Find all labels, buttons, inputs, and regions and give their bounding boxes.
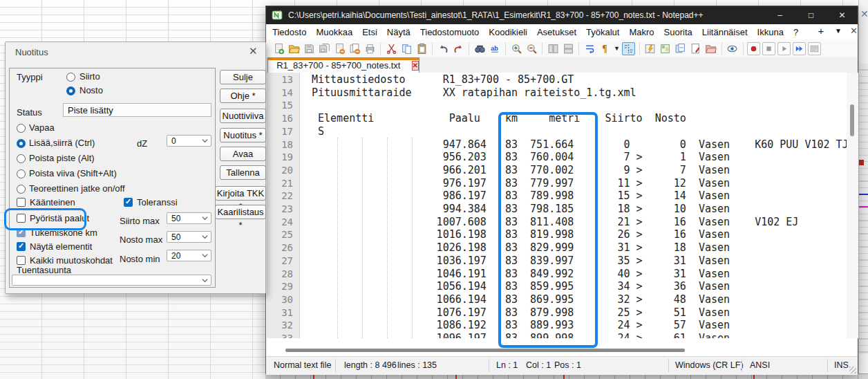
radio-vapaa-label[interactable]: Vapaa — [29, 122, 55, 133]
horizontal-scroll-thumb[interactable] — [285, 349, 685, 352]
menu-ikkuna[interactable]: Ikkuna — [753, 27, 789, 37]
close-all-docs-icon[interactable] — [348, 42, 361, 55]
save-icon[interactable] — [303, 42, 316, 55]
indent-guide-icon[interactable] — [622, 42, 635, 55]
siirto-max-combo[interactable]: 50 — [167, 212, 211, 224]
dialog-close-icon[interactable]: ✕ — [249, 45, 258, 57]
menu-asetukset[interactable]: Asetukset — [532, 27, 581, 37]
menu-tiedostomuoto[interactable]: Tiedostomuoto — [415, 27, 484, 37]
close-button[interactable]: ✕ — [827, 6, 858, 24]
avaa-button[interactable]: Avaa — [220, 147, 266, 161]
dz-combo[interactable]: 0 — [167, 135, 211, 147]
pin-icon[interactable] — [405, 61, 406, 70]
menu-makro[interactable]: Makro — [624, 27, 659, 37]
find-icon[interactable] — [473, 42, 487, 55]
folder-as-workspace-icon[interactable] — [704, 42, 717, 55]
checkbox-nayta-elementit[interactable] — [17, 242, 26, 251]
checkbox-kaanteinen[interactable] — [17, 198, 26, 207]
status-eol[interactable]: Windows (CR LF) — [675, 360, 744, 370]
sync-vertical-icon[interactable] — [547, 42, 560, 55]
checkbox-nayta-elementit-label[interactable]: Näytä elementit — [30, 241, 92, 252]
radio-siirto-label[interactable]: Siirto — [79, 71, 100, 82]
menu-koodikieli[interactable]: Koodikieli — [484, 27, 532, 37]
radio-siirto[interactable] — [66, 73, 75, 82]
vertical-scroll-thumb[interactable] — [850, 104, 854, 136]
print-icon[interactable] — [364, 42, 377, 55]
nuotitus-button[interactable]: Nuotitus * — [220, 128, 266, 142]
macro-run-icon[interactable] — [793, 42, 806, 55]
status-typing-mode[interactable]: INS — [834, 360, 849, 370]
macro-play-icon[interactable] — [777, 42, 791, 55]
checkbox-toleranssi[interactable] — [124, 198, 133, 207]
macro-save-icon[interactable] — [808, 42, 821, 55]
checkbox-kaikki-muutoskohdat[interactable] — [17, 256, 26, 265]
save-all-icon[interactable] — [318, 42, 331, 55]
paste-icon[interactable] — [415, 42, 428, 55]
radio-poista-piste-label[interactable]: Poista piste (Alt) — [29, 153, 95, 163]
status-field[interactable]: Piste lisätty — [63, 103, 211, 117]
menu-suorita[interactable]: Suorita — [659, 27, 697, 37]
maximize-button[interactable]: □ — [795, 6, 827, 24]
vertical-scrollbar[interactable] — [847, 73, 858, 338]
tab-active[interactable]: R1_83+700 - 85+700_notes.txt ✕ — [267, 57, 419, 73]
radio-nosto-label[interactable]: Nosto — [79, 85, 103, 95]
radio-poista-viiva[interactable] — [17, 169, 26, 178]
new-tab-button[interactable]: + — [814, 25, 828, 37]
radio-nosto[interactable] — [66, 86, 75, 95]
cut-icon[interactable] — [385, 42, 398, 55]
macro-record-icon[interactable] — [747, 42, 760, 55]
shortcut-mapper-icon[interactable] — [643, 42, 657, 55]
menu-tiedosto[interactable]: Tiedosto — [267, 27, 311, 37]
nosto-max-combo[interactable]: 50 — [167, 231, 211, 243]
editor[interactable]: 13 14 15 16 17 18 19 20 21 22 23 24 25 2… — [267, 73, 847, 338]
open-folder-icon[interactable] — [287, 42, 301, 55]
file-monitoring-icon[interactable] — [726, 42, 739, 55]
radio-poista-piste[interactable] — [17, 154, 26, 163]
menu-muokkaa[interactable]: Muokkaa — [311, 27, 357, 37]
minimize-button[interactable]: – — [764, 6, 795, 24]
sulje-button[interactable]: Sulje — [220, 70, 266, 84]
tuentasuunta-combo[interactable] — [12, 275, 211, 286]
nuottiviiva-button[interactable]: Nuottiviiva — [220, 109, 266, 123]
sync-horizontal-icon[interactable] — [562, 42, 575, 55]
zoom-out-icon[interactable] — [525, 42, 538, 55]
checkbox-pyorista-paalut[interactable] — [17, 214, 26, 223]
copy-icon[interactable] — [400, 42, 413, 55]
checkbox-toleranssi-label[interactable]: Toleranssi — [137, 197, 178, 207]
zoom-in-icon[interactable] — [510, 42, 523, 55]
kaarilistaus-button[interactable]: Kaarilistaus * — [215, 205, 266, 219]
status-encoding[interactable]: ANSI — [750, 360, 770, 370]
document-switcher-icon[interactable] — [674, 42, 687, 55]
checkbox-kaanteinen-label[interactable]: Käänteinen — [30, 197, 75, 207]
document-map-icon[interactable] — [659, 42, 672, 55]
radio-teoreettinen-label[interactable]: Teoreettinen jatke on/off — [29, 183, 125, 194]
radio-lisaa-siirra[interactable] — [17, 139, 26, 148]
horizontal-scrollbar[interactable] — [267, 338, 847, 356]
radio-vapaa[interactable] — [17, 124, 26, 133]
nosto-min-combo[interactable]: 20 — [167, 250, 211, 261]
menu-nayta[interactable]: Näytä — [382, 27, 415, 37]
macro-stop-icon[interactable] — [762, 42, 775, 55]
radio-lisaa-siirra-label[interactable]: Lisää,siirrä (Ctrl) — [29, 138, 95, 148]
word-wrap-icon[interactable] — [583, 42, 596, 55]
menu-tyokalut[interactable]: Työkalut — [581, 27, 624, 37]
redo-icon[interactable] — [452, 42, 465, 55]
show-symbols-caret-icon[interactable]: ▼ — [614, 45, 620, 52]
close-tab-button[interactable]: ✕ — [850, 26, 858, 36]
menu-liitannaiset[interactable]: Liitännäiset — [697, 27, 753, 37]
checkbox-pyorista-paalut-label[interactable]: Pyöristä paalut — [30, 213, 89, 223]
menu-etsi[interactable]: Etsi — [357, 27, 382, 37]
function-list-icon[interactable] — [689, 42, 702, 55]
checkbox-tukemiskone-km-label[interactable]: Tukemiskone km — [30, 228, 97, 238]
close-doc-icon[interactable] — [333, 42, 346, 55]
undo-icon[interactable] — [437, 42, 450, 55]
checkbox-tukemiskone-km[interactable] — [17, 228, 26, 237]
ohje-button[interactable]: Ohje * — [220, 89, 266, 103]
tallenna-button[interactable]: Tallenna — [220, 165, 266, 180]
resize-grip[interactable] — [849, 367, 856, 373]
radio-poista-viiva-label[interactable]: Poista viiva (Shift+Alt) — [29, 168, 117, 178]
replace-icon[interactable]: ab — [489, 42, 502, 55]
checkbox-kaikki-muutoskohdat-label[interactable]: Kaikki muutoskohdat — [30, 255, 113, 266]
tab-list-caret-icon[interactable]: ▼ — [835, 27, 842, 35]
show-symbols-icon[interactable]: ¶ — [598, 42, 612, 55]
